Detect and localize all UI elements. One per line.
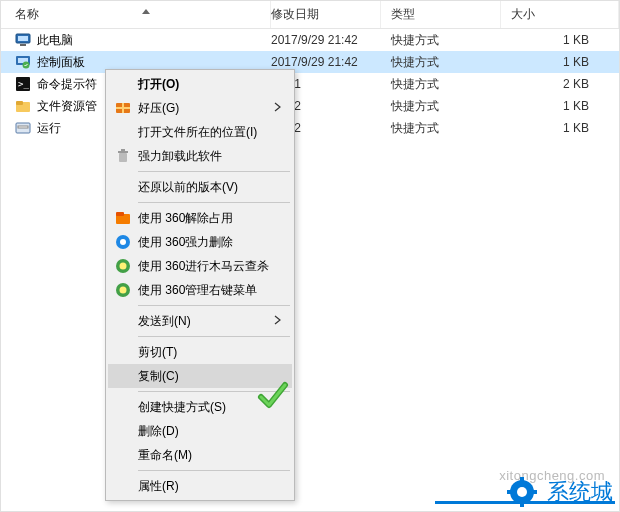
brand-text: 系统城 bbox=[547, 477, 613, 507]
file-type: 快捷方式 bbox=[381, 32, 501, 49]
menu-item[interactable]: 使用 360进行木马云查杀 bbox=[108, 254, 292, 278]
file-icon bbox=[15, 98, 31, 114]
file-icon: >_ bbox=[15, 76, 31, 92]
menu-separator bbox=[138, 305, 290, 306]
file-date: 2017/9/29 21:42 bbox=[271, 33, 381, 47]
column-header: 名称 修改日期 类型 大小 bbox=[1, 1, 619, 29]
file-type: 快捷方式 bbox=[381, 98, 501, 115]
menu-item[interactable]: 删除(D) bbox=[108, 419, 292, 443]
file-name: 命令提示符 bbox=[37, 76, 97, 93]
col-header-type[interactable]: 类型 bbox=[381, 1, 501, 28]
menu-separator bbox=[138, 336, 290, 337]
file-name: 控制面板 bbox=[37, 54, 85, 71]
brand-logo: 系统城 bbox=[507, 477, 613, 507]
file-name: 运行 bbox=[37, 120, 61, 137]
svg-rect-14 bbox=[122, 103, 124, 113]
menu-item[interactable]: 重命名(M) bbox=[108, 443, 292, 467]
svg-point-27 bbox=[517, 487, 527, 497]
svg-rect-1 bbox=[18, 36, 28, 41]
chevron-right-icon bbox=[274, 101, 286, 115]
menu-item-label: 使用 360进行木马云查杀 bbox=[134, 258, 286, 275]
menu-item-label: 还原以前的版本(V) bbox=[134, 179, 286, 196]
file-type: 快捷方式 bbox=[381, 76, 501, 93]
menu-item-icon bbox=[112, 148, 134, 164]
menu-item[interactable]: 发送到(N) bbox=[108, 309, 292, 333]
menu-separator bbox=[138, 202, 290, 203]
col-header-size[interactable]: 大小 bbox=[501, 1, 619, 28]
svg-rect-2 bbox=[20, 44, 26, 46]
svg-rect-19 bbox=[116, 212, 124, 216]
chevron-right-icon bbox=[274, 314, 286, 328]
file-size: 1 KB bbox=[501, 55, 619, 69]
menu-item-label: 使用 360解除占用 bbox=[134, 210, 286, 227]
menu-item[interactable]: 使用 360解除占用 bbox=[108, 206, 292, 230]
svg-point-25 bbox=[120, 287, 127, 294]
menu-item[interactable]: 使用 360强力删除 bbox=[108, 230, 292, 254]
menu-separator bbox=[138, 171, 290, 172]
svg-rect-28 bbox=[520, 477, 524, 483]
table-row[interactable]: 运行21:42快捷方式1 KB bbox=[1, 117, 619, 139]
file-date: 2017/9/29 21:42 bbox=[271, 55, 381, 69]
checkmark-overlay bbox=[255, 377, 291, 416]
menu-item[interactable]: 剪切(T) bbox=[108, 340, 292, 364]
menu-item[interactable]: 好压(G) bbox=[108, 96, 292, 120]
menu-item[interactable]: 使用 360管理右键菜单 bbox=[108, 278, 292, 302]
svg-rect-16 bbox=[118, 151, 128, 153]
svg-rect-11 bbox=[18, 126, 28, 128]
menu-item-label: 属性(R) bbox=[134, 478, 286, 495]
col-header-date[interactable]: 修改日期 bbox=[271, 1, 381, 28]
svg-rect-30 bbox=[507, 490, 513, 494]
menu-item-label: 剪切(T) bbox=[134, 344, 286, 361]
file-size: 1 KB bbox=[501, 99, 619, 113]
file-list: 此电脑2017/9/29 21:42快捷方式1 KB控制面板2017/9/29 … bbox=[1, 29, 619, 139]
file-type: 快捷方式 bbox=[381, 54, 501, 71]
table-row[interactable]: 控制面板2017/9/29 21:42快捷方式1 KB bbox=[1, 51, 619, 73]
menu-item-label: 打开(O) bbox=[134, 76, 286, 93]
col-header-name[interactable]: 名称 bbox=[1, 1, 271, 28]
file-size: 2 KB bbox=[501, 77, 619, 91]
menu-item-icon bbox=[112, 100, 134, 116]
svg-rect-17 bbox=[121, 149, 125, 151]
menu-item-icon bbox=[112, 234, 134, 250]
menu-item[interactable]: 打开(O) bbox=[108, 72, 292, 96]
file-type: 快捷方式 bbox=[381, 120, 501, 137]
file-name: 此电脑 bbox=[37, 32, 73, 49]
table-row[interactable]: 此电脑2017/9/29 21:42快捷方式1 KB bbox=[1, 29, 619, 51]
table-row[interactable]: >_命令提示符21:41快捷方式2 KB bbox=[1, 73, 619, 95]
svg-text:>_: >_ bbox=[18, 79, 29, 89]
menu-item-icon bbox=[112, 210, 134, 226]
menu-item-label: 重命名(M) bbox=[134, 447, 286, 464]
svg-point-23 bbox=[120, 263, 127, 270]
menu-item[interactable]: 强力卸载此软件 bbox=[108, 144, 292, 168]
svg-rect-15 bbox=[119, 153, 127, 162]
file-icon bbox=[15, 54, 31, 70]
menu-item-label: 使用 360管理右键菜单 bbox=[134, 282, 286, 299]
menu-item-label: 打开文件所在的位置(I) bbox=[134, 124, 286, 141]
menu-item-label: 删除(D) bbox=[134, 423, 286, 440]
file-name: 文件资源管 bbox=[37, 98, 97, 115]
menu-item-label: 强力卸载此软件 bbox=[134, 148, 286, 165]
file-icon bbox=[15, 32, 31, 48]
menu-item[interactable]: 打开文件所在的位置(I) bbox=[108, 120, 292, 144]
context-menu: 打开(O)好压(G)打开文件所在的位置(I)强力卸载此软件还原以前的版本(V)使… bbox=[105, 69, 295, 501]
menu-item[interactable]: 还原以前的版本(V) bbox=[108, 175, 292, 199]
menu-item-icon bbox=[112, 258, 134, 274]
svg-rect-9 bbox=[16, 101, 23, 105]
menu-item-icon bbox=[112, 282, 134, 298]
menu-item-label: 发送到(N) bbox=[134, 313, 274, 330]
file-size: 1 KB bbox=[501, 33, 619, 47]
menu-item[interactable]: 属性(R) bbox=[108, 474, 292, 498]
svg-point-21 bbox=[120, 239, 126, 245]
svg-rect-31 bbox=[531, 490, 537, 494]
menu-separator bbox=[138, 470, 290, 471]
table-row[interactable]: 文件资源管21:42快捷方式1 KB bbox=[1, 95, 619, 117]
menu-item-label: 好压(G) bbox=[134, 100, 274, 117]
menu-item-label: 使用 360强力删除 bbox=[134, 234, 286, 251]
file-icon bbox=[15, 120, 31, 136]
file-size: 1 KB bbox=[501, 121, 619, 135]
